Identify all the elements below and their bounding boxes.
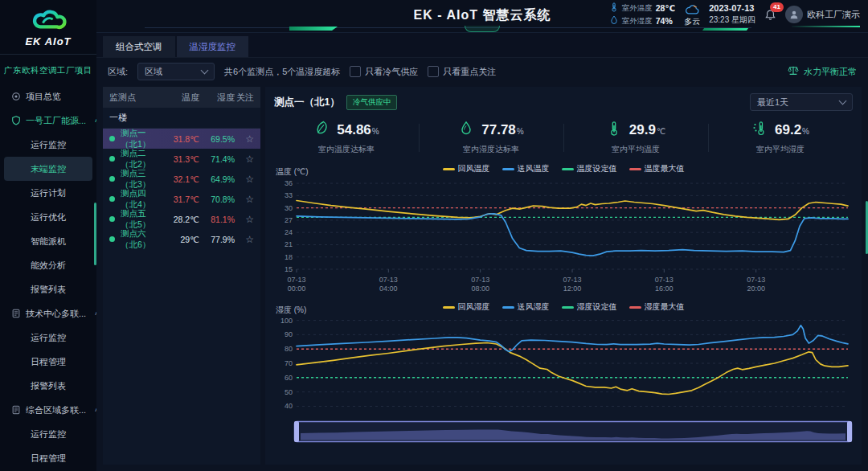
tab-active[interactable]: 温湿度监控 (177, 36, 249, 57)
sidebar-scrollbar[interactable] (94, 203, 96, 265)
sidebar-item[interactable]: 报警列表 (0, 374, 96, 398)
points-summary: 共6个监测点，5个温湿度超标 (224, 66, 340, 78)
sidebar-item[interactable]: 综合区域多联...∧ (0, 398, 96, 422)
focus-checkbox[interactable] (428, 66, 439, 77)
focus-filter[interactable]: 只看重点关注 (428, 66, 496, 78)
status-dot (109, 136, 115, 141)
favorite-star-icon[interactable]: ☆ (235, 194, 254, 205)
legend-item[interactable]: 温度最大值 (629, 163, 685, 174)
legend-item[interactable]: 湿度设定值 (562, 301, 617, 313)
kpi-unit: ℃ (657, 127, 665, 136)
sidebar-item[interactable]: 报警列表 (0, 277, 96, 301)
balance-scale-icon (787, 65, 800, 78)
point-row[interactable]: 测点四（北4）31.7℃70.8%☆ (103, 189, 260, 209)
points-table-header: 监测点温度湿度关注 (103, 87, 260, 108)
cloud-icon (684, 4, 700, 17)
column-header: 湿度 (199, 92, 235, 104)
sidebar-item-label: 末端监控 (31, 163, 66, 175)
kpi-value-wrap: 29.9℃ (629, 122, 665, 138)
legend-item[interactable]: 回风湿度 (443, 301, 490, 313)
legend-label: 送风湿度 (518, 301, 550, 313)
svg-text:100: 100 (280, 317, 293, 325)
column-header: 温度 (162, 92, 199, 104)
datetime: 2023-07-13 23:23 星期四 (709, 3, 755, 26)
point-humidity: 77.9% (199, 235, 235, 244)
point-row[interactable]: 测点二（北2）31.3℃71.4%☆ (103, 149, 260, 169)
sidebar-item[interactable]: 智能派机 (0, 229, 96, 253)
datazoom-slider[interactable] (274, 420, 853, 446)
favorite-star-icon[interactable]: ☆ (235, 154, 254, 165)
sidebar-item-label: 技术中心多联... (26, 308, 86, 320)
sidebar-item[interactable]: 运行优化 (0, 205, 96, 229)
region-select[interactable]: 区域 (137, 63, 215, 80)
favorite-star-icon[interactable]: ☆ (235, 133, 254, 145)
sidebar-item[interactable]: 日程管理 (0, 446, 96, 470)
user-menu[interactable]: 欧科工厂演示 (785, 6, 860, 23)
svg-text:80: 80 (285, 345, 293, 353)
sidebar-item-label: 运行监控 (31, 332, 66, 344)
kpi-unit: % (802, 127, 809, 136)
sidebar-item-label: 运行计划 (31, 187, 66, 199)
legend-item[interactable]: 回风温度 (443, 163, 490, 174)
collapse-arrow-icon: ∧ (94, 310, 96, 316)
datazoom-track[interactable] (293, 420, 853, 443)
filter-bar: 区域: 区域 共6个监测点，5个温湿度超标 只看冷气供应 只看重点关注 水力平衡… (96, 58, 868, 85)
legend-label: 送风温度 (518, 163, 550, 174)
kpi-value: 54.86 (337, 122, 371, 137)
kpi-row: 54.86%室内温度达标率77.78%室内湿度达标率29.9℃室内平均温度69.… (274, 119, 853, 157)
point-name: 测点六（北6） (121, 228, 162, 251)
cold-supply-filter[interactable]: 只看冷气供应 (350, 66, 418, 78)
cold-supply-checkbox[interactable] (350, 66, 361, 77)
sidebar-item[interactable]: 能效分析 (0, 253, 96, 277)
point-row[interactable]: 测点六（北6）29℃77.9%☆ (103, 229, 260, 249)
svg-text:70: 70 (285, 359, 293, 367)
sidebar-item-label: 运行监控 (31, 428, 66, 440)
kpi-label: 室内湿度达标率 (463, 144, 519, 155)
floor-group-row[interactable]: 一楼 (103, 108, 260, 129)
svg-text:12:00: 12:00 (563, 285, 582, 293)
point-name: 测点二（北2） (121, 148, 162, 170)
notifications-button[interactable]: 41 (764, 9, 776, 24)
sidebar-item[interactable]: 日程管理 (0, 350, 96, 374)
legend-label: 温度设定值 (577, 163, 617, 174)
point-humidity: 69.5% (199, 134, 235, 144)
point-row[interactable]: 测点三（北3）32.1℃64.9%☆ (103, 169, 260, 189)
sidebar-item[interactable]: 运行计划 (0, 181, 96, 205)
legend-item[interactable]: 温度设定值 (562, 163, 617, 174)
main-area: EK - AIoT 智慧云系统 室外温度 28℃ (96, 0, 868, 471)
kpi-card: 54.86%室内温度达标率 (274, 119, 419, 157)
point-name: 测点四（北4） (121, 188, 162, 211)
favorite-star-icon[interactable]: ☆ (235, 234, 254, 245)
content: 监测点温度湿度关注 一楼 测点一（北1）31.8℃69.5%☆测点二（北2）31… (96, 85, 868, 471)
outdoor-temp-label: 室外温度 (622, 3, 653, 14)
kpi-value: 29.9 (629, 122, 656, 137)
legend-item[interactable]: 送风温度 (502, 163, 550, 174)
point-row[interactable]: 测点五（北5）28.2℃81.1%☆ (103, 209, 260, 229)
sidebar-item[interactable]: 运行监控 (0, 133, 96, 157)
sidebar-item-active[interactable]: 末端监控 (4, 157, 92, 181)
deco-green-bar (289, 27, 338, 31)
time-range-select[interactable]: 最近1天 (750, 93, 853, 111)
kpi-top: 29.9℃ (606, 121, 665, 140)
sidebar-item[interactable]: 技术中心多联...∧ (0, 301, 96, 326)
sidebar-item[interactable]: 运行监控 (0, 326, 96, 350)
point-temperature: 31.7℃ (162, 195, 199, 204)
svg-text:90: 90 (285, 330, 293, 338)
sidebar-item[interactable]: 一号工厂能源...∧ (0, 109, 96, 133)
status-dot (109, 236, 115, 242)
favorite-star-icon[interactable]: ☆ (235, 214, 254, 225)
legend-swatch (443, 306, 455, 309)
point-row[interactable]: 测点一（北1）31.8℃69.5%☆ (103, 129, 260, 149)
sidebar-item[interactable]: 项目总览 (0, 84, 96, 109)
point-temperature: 28.2℃ (162, 215, 199, 224)
chevron-down-icon (839, 97, 847, 105)
sidebar-item-label: 运行优化 (31, 211, 66, 223)
point-temperature: 32.1℃ (162, 174, 199, 184)
favorite-star-icon[interactable]: ☆ (235, 174, 254, 185)
legend-item[interactable]: 湿度最大值 (629, 301, 685, 313)
legend-item[interactable]: 送风湿度 (502, 301, 550, 313)
svg-text:07-13: 07-13 (563, 276, 581, 284)
sidebar-item[interactable]: 运行监控 (0, 422, 96, 446)
kpi-value-wrap: 77.78% (481, 122, 523, 138)
tab-item[interactable]: 组合式空调 (103, 36, 175, 57)
